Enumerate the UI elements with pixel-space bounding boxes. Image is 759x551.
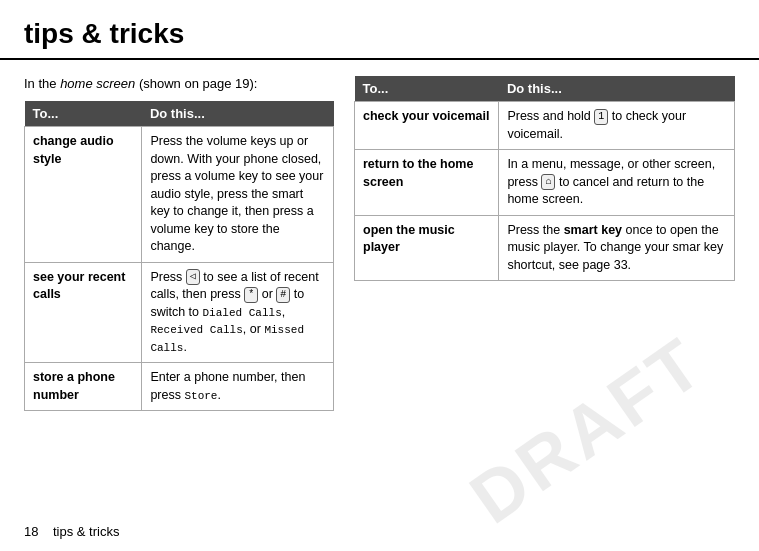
page-title: tips & tricks [24,18,735,50]
left-table-header-col2: Do this... [142,101,334,127]
left-table-action-2: store a phone number [25,363,142,411]
recent-calls-button-icon: ◁ [186,269,200,285]
content-area: In the home screen (shown on page 19): T… [0,60,759,411]
right-table-desc-1: In a menu, message, or other screen, pre… [499,150,735,216]
left-table: To... Do this... change audio style Pres… [24,101,334,411]
right-table-desc-2: Press the smart key once to open the mus… [499,215,735,281]
left-table-desc-2: Enter a phone number, then press Store. [142,363,334,411]
left-column: In the home screen (shown on page 19): T… [24,76,334,411]
left-table-desc-0: Press the volume keys up or down. With y… [142,127,334,263]
footer-section: tips & tricks [53,524,119,539]
table-row: see your recent calls Press ◁ to see a l… [25,262,334,363]
right-table-header-col2: Do this... [499,76,735,102]
page: tips & tricks In the home screen (shown … [0,0,759,551]
footer-page-number: 18 [24,524,38,539]
right-table-desc-0: Press and hold 1 to check your voicemail… [499,102,735,150]
right-table-header-col1: To... [355,76,499,102]
left-table-header-col1: To... [25,101,142,127]
left-table-action-0: change audio style [25,127,142,263]
home-button-icon: ⌂ [541,174,555,190]
voicemail-key-icon: 1 [594,109,608,125]
table-row: open the music player Press the smart ke… [355,215,735,281]
right-table-action-2: open the music player [355,215,499,281]
right-table-action-1: return to the home screen [355,150,499,216]
left-table-action-1: see your recent calls [25,262,142,363]
right-table-action-0: check your voicemail [355,102,499,150]
table-row: return to the home screen In a menu, mes… [355,150,735,216]
intro-text: In the home screen (shown on page 19): [24,76,334,91]
page-footer: 18 tips & tricks [24,524,119,539]
table-row: change audio style Press the volume keys… [25,127,334,263]
right-table: To... Do this... check your voicemail Pr… [354,76,735,281]
table-row: check your voicemail Press and hold 1 to… [355,102,735,150]
page-header: tips & tricks [0,0,759,60]
right-column: To... Do this... check your voicemail Pr… [354,76,735,411]
left-table-desc-1: Press ◁ to see a list of recent calls, t… [142,262,334,363]
table-row: store a phone number Enter a phone numbe… [25,363,334,411]
hash-button-icon: # [276,287,290,303]
star-button-icon: * [244,287,258,303]
